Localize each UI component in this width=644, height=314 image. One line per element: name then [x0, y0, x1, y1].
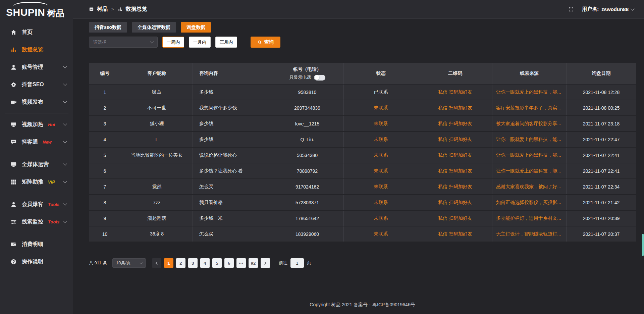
page-number-button[interactable]: 4	[200, 258, 210, 268]
sidebar-item-lead-monitor[interactable]: 线索监控 Tools	[0, 213, 73, 230]
page-number-button[interactable]: 3	[188, 258, 198, 268]
row-status: 未联系	[344, 148, 418, 163]
chevron-down-icon	[150, 40, 154, 43]
row-inquiry-date: 2021-11-07 22:34	[567, 179, 636, 194]
page-number-button[interactable]: 92	[249, 258, 258, 268]
fullscreen-icon[interactable]	[568, 6, 574, 12]
row-source-link[interactable]: 让你一眼就爱上的黑科技，能...	[492, 85, 567, 100]
monitor-icon	[10, 161, 17, 168]
sidebar-item-operation-guide[interactable]: 操作说明	[0, 253, 73, 270]
row-qrcode-link[interactable]: 私信 扫码加好友	[418, 132, 492, 147]
toggle-knob	[315, 75, 319, 80]
row-nickname: 潮起潮落	[121, 211, 193, 226]
prev-page-button[interactable]	[152, 258, 161, 268]
row-qrcode-link[interactable]: 私信 扫码加好友	[418, 179, 492, 194]
row-qrcode-link[interactable]: 私信 扫码加好友	[418, 226, 492, 242]
row-qrcode-link[interactable]: 私信 扫码加好友	[418, 195, 492, 210]
breadcrumb: 树品 > 数据总览	[89, 6, 147, 13]
chevron-down-icon	[63, 162, 67, 165]
range-button-one-week[interactable]: 一周内	[162, 37, 184, 48]
next-page-button[interactable]	[261, 258, 270, 268]
sidebar-item-home[interactable]: 首页	[0, 23, 73, 41]
row-source-link[interactable]: 让你一眼就爱上的黑科技，能...	[492, 148, 567, 163]
goto-page-input[interactable]	[290, 258, 304, 268]
breadcrumb-separator: >	[111, 7, 114, 12]
sidebar-item-video-heating[interactable]: 视频加热 Hot	[0, 116, 73, 133]
user-menu[interactable]: 用户名: zswodun88	[582, 6, 634, 12]
chevron-down-icon	[63, 179, 67, 183]
username-label: 用户名:	[582, 6, 599, 12]
page-size-select[interactable]: 10条/页	[112, 258, 146, 268]
row-inquiry-content: 多少钱？让我死心 看	[193, 163, 271, 178]
range-button-one-month[interactable]: 一月内	[189, 37, 211, 48]
sidebar-item-badge: Tools	[48, 219, 59, 224]
row-qrcode-link[interactable]: 私信 扫码加好友	[418, 211, 492, 226]
row-source-link[interactable]: 被大家追着问的客厅投影分享...	[492, 116, 567, 131]
sidebar-item-video-publish[interactable]: 视频发布	[0, 93, 73, 111]
bar-chart-icon	[10, 46, 17, 53]
sidebar-item-consumption-detail[interactable]: 消费明细	[0, 235, 73, 253]
page-number-button[interactable]: 6	[224, 258, 234, 268]
row-source-link[interactable]: 让你一眼就爱上的黑科技，能...	[492, 163, 567, 178]
sidebar-item-data-overview[interactable]: 数据总览	[0, 41, 73, 58]
row-source-link[interactable]: 如何正确选择投影仪，买投影...	[492, 195, 567, 210]
screen-icon	[10, 121, 17, 128]
search-icon	[257, 40, 262, 45]
table-row: 10 36度 8 怎么买 183929060 未联系 私信 扫码加好友 无主灯设…	[89, 226, 636, 242]
tab-label: 询盘数据	[186, 24, 205, 31]
sidebar-divider	[5, 233, 68, 233]
row-qrcode-link[interactable]: 私信 扫码加好友	[418, 100, 492, 115]
search-button[interactable]: 查询	[251, 37, 280, 48]
sidebar-item-douyin-seo[interactable]: 抖音SEO	[0, 76, 73, 93]
scrollbar-thumb[interactable]	[642, 234, 644, 256]
row-source-link[interactable]: 客厅安装投影半年多了，真实...	[492, 100, 567, 115]
breadcrumb-current: 数据总览	[126, 6, 147, 13]
row-source-link[interactable]: 多功能护栏灯，适用于乡村文...	[492, 211, 567, 226]
brand-name-cn: 树品	[47, 9, 64, 17]
row-inquiry-content: 怎么买	[193, 226, 271, 242]
sidebar-item-label: 消费明细	[22, 241, 43, 248]
home-icon	[10, 29, 17, 36]
row-id: 4	[89, 132, 121, 147]
row-nickname: 36度 8	[121, 226, 193, 242]
sidebar-item-account-management[interactable]: 账号管理	[0, 58, 73, 76]
page-number-button[interactable]: 5	[212, 258, 222, 268]
sidebar-item-douketong[interactable]: 抖客通 New	[0, 133, 73, 151]
row-inquiry-date: 2021-11-07 23:18	[567, 116, 636, 131]
filter-select[interactable]: 请选择	[89, 37, 158, 48]
page-number-button[interactable]: 1	[164, 258, 173, 268]
row-inquiry-content: 说说价格让我死心	[193, 148, 271, 163]
row-qrcode-link[interactable]: 私信 扫码加好友	[418, 116, 492, 131]
row-status: 未联系	[344, 211, 418, 226]
page-number-button[interactable]: 2	[176, 258, 185, 268]
sidebar-item-member-baoke[interactable]: 会员爆客 Tools	[0, 196, 73, 213]
row-qrcode-link[interactable]: 私信 扫码加好友	[418, 163, 492, 178]
row-source-link[interactable]: 感谢大家喜欢我家，被问了好...	[492, 179, 567, 194]
row-qrcode-link[interactable]: 私信 扫码加好友	[418, 85, 492, 100]
tab-douyin-seo-data[interactable]: 抖音seo数据	[89, 22, 127, 33]
phone-only-toggle[interactable]	[314, 75, 325, 81]
col-header-account: 帐号（电话） 只显示电话	[271, 63, 344, 84]
row-nickname: 觉然	[121, 179, 193, 194]
phone-only-row: 只显示电话	[289, 74, 325, 81]
row-source-link[interactable]: 让你一眼就爱上的黑科技，能...	[492, 132, 567, 147]
breadcrumb-home[interactable]: 树品	[97, 6, 108, 13]
main-content: 抖音seo数据 全媒体运营数据 询盘数据 请选择 一周内 一月内 三月内 查询 …	[73, 19, 644, 314]
range-button-three-months[interactable]: 三月内	[215, 37, 237, 48]
row-qrcode-link[interactable]: 私信 扫码加好友	[418, 148, 492, 163]
table-row: 5 当地比较能吃的一位美女 说说价格让我死心 50534380 未联系 私信 扫…	[89, 148, 636, 163]
sidebar-item-label: 全媒体运营	[22, 161, 49, 168]
tab-omni-media-data[interactable]: 全媒体运营数据	[132, 22, 176, 33]
row-nickname: 啵章	[121, 85, 193, 100]
sidebar-item-matrix-boost[interactable]: 矩阵助推 VIP	[0, 173, 73, 191]
tab-inquiry-data[interactable]: 询盘数据	[181, 22, 211, 33]
row-source-link[interactable]: 无主灯设计，智能磁吸轨道灯...	[492, 226, 567, 242]
page-ellipsis-button[interactable]: •••	[236, 258, 246, 268]
sidebar-item-label: 会员爆客	[22, 201, 43, 208]
col-header-nickname: 客户昵称	[121, 63, 193, 84]
sidebar-item-omni-media[interactable]: 全媒体运营	[0, 156, 73, 173]
row-account: 572803371	[271, 195, 344, 210]
chevron-down-icon	[63, 82, 67, 86]
brand-name-en: SHUPIN	[6, 7, 45, 17]
row-inquiry-content: 多少钱	[193, 85, 271, 100]
